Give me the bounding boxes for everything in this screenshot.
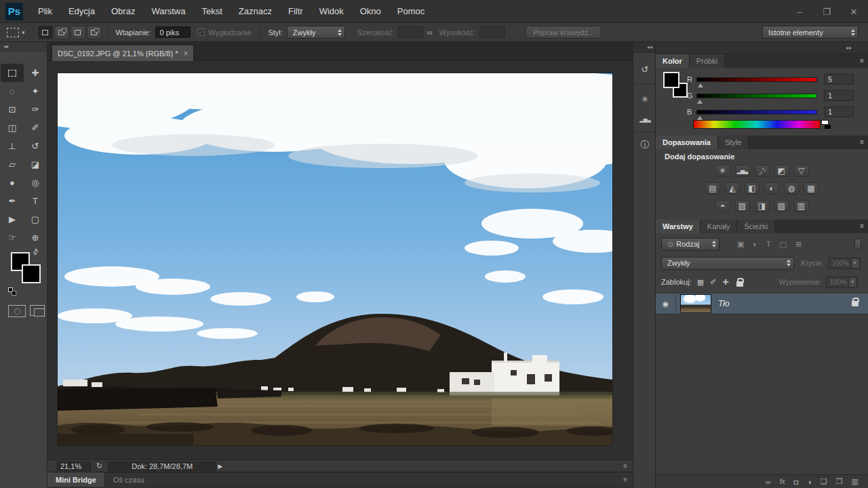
new-adjustment-layer-icon[interactable]: ◑ bbox=[807, 478, 812, 486]
channel-mixer-icon[interactable]: ◍ bbox=[784, 182, 799, 195]
green-slider-thumb[interactable] bbox=[697, 100, 703, 104]
exposure-icon[interactable]: ◩ bbox=[774, 165, 789, 177]
filter-adjustment-layers-icon[interactable]: ◐ bbox=[753, 240, 757, 248]
filter-shape-layers-icon[interactable]: ▢ bbox=[780, 240, 787, 249]
color-balance-icon[interactable]: ◭ bbox=[725, 182, 740, 195]
swap-colors-icon[interactable]: ⇄ bbox=[31, 247, 41, 258]
gradient-tool[interactable]: ◪ bbox=[24, 155, 47, 174]
new-layer-icon[interactable]: ❐ bbox=[836, 477, 843, 486]
status-options-arrow-icon[interactable]: ▶ bbox=[218, 463, 222, 470]
quick-mask-button[interactable] bbox=[8, 305, 26, 317]
eraser-tool[interactable]: ▱ bbox=[1, 155, 24, 174]
tab-style[interactable]: Style bbox=[718, 136, 749, 149]
tab-mini-bridge[interactable]: Mini Bridge bbox=[47, 472, 105, 487]
shape-tool[interactable]: ▢ bbox=[24, 210, 47, 228]
gradient-map-icon[interactable]: ▧ bbox=[774, 200, 789, 212]
default-colors-icon[interactable] bbox=[8, 287, 16, 296]
blue-slider[interactable] bbox=[696, 110, 817, 115]
tool-preset-icon[interactable] bbox=[7, 28, 19, 37]
pen-tool[interactable]: ✒ bbox=[1, 192, 24, 210]
workspace-dropdown[interactable]: Istotne elementy bbox=[762, 26, 859, 39]
healing-brush-tool[interactable]: ◫ bbox=[1, 119, 24, 137]
photo-filter-icon[interactable]: ◐ bbox=[764, 182, 779, 195]
maximize-button[interactable]: ❐ bbox=[819, 7, 834, 17]
filter-smart-objects-icon[interactable]: ⊞ bbox=[795, 240, 802, 249]
brightness-contrast-icon[interactable]: ☀ bbox=[715, 165, 730, 177]
move-tool[interactable]: ✚ bbox=[24, 64, 47, 82]
close-document-icon[interactable]: × bbox=[183, 49, 188, 58]
hand-tool[interactable]: ☞ bbox=[1, 228, 24, 247]
color-spectrum-ramp[interactable] bbox=[693, 120, 821, 129]
layer-style-icon[interactable]: fx bbox=[780, 478, 785, 485]
style-dropdown[interactable]: Zwykły bbox=[287, 26, 345, 39]
menu-warstwa[interactable]: Warstwa bbox=[143, 0, 193, 23]
opacity-dropdown[interactable]: 100% ▾ bbox=[828, 258, 861, 269]
close-button[interactable]: ✕ bbox=[846, 7, 861, 17]
green-value-field[interactable]: 1 bbox=[824, 90, 854, 101]
color-lookup-icon[interactable]: ▦ bbox=[804, 182, 818, 195]
red-slider-thumb[interactable] bbox=[698, 83, 703, 87]
red-slider[interactable] bbox=[696, 77, 817, 82]
eyedropper-tool[interactable]: ✑ bbox=[24, 100, 47, 119]
lock-all-icon[interactable] bbox=[736, 281, 743, 287]
new-group-icon[interactable]: ❏ bbox=[821, 477, 827, 486]
history-panel-icon[interactable]: ↺ bbox=[636, 61, 654, 77]
delete-layer-icon[interactable]: ▥ bbox=[852, 477, 859, 486]
subtract-from-selection-button[interactable] bbox=[71, 26, 85, 39]
vibrance-icon[interactable]: ▽ bbox=[794, 165, 809, 177]
blue-value-field[interactable]: 1 bbox=[824, 106, 854, 117]
blend-mode-dropdown[interactable]: Zwykły bbox=[661, 257, 794, 270]
menu-obraz[interactable]: Obraz bbox=[103, 0, 143, 23]
new-selection-button[interactable] bbox=[38, 26, 53, 39]
panel-color-swatches[interactable] bbox=[663, 72, 690, 99]
lock-position-icon[interactable]: ✚ bbox=[722, 278, 728, 287]
layer-filter-toggle[interactable] bbox=[854, 239, 861, 249]
green-slider[interactable] bbox=[696, 94, 817, 98]
bottom-panel-menu-icon[interactable]: ≡ bbox=[623, 476, 627, 483]
layer-row-background[interactable]: ◉ Tło bbox=[656, 293, 868, 314]
panels-collapse-button[interactable]: ▸▸ bbox=[656, 42, 868, 54]
path-selection-tool[interactable]: ▶ bbox=[1, 210, 24, 228]
document-tab[interactable]: DSC_0192.JPG @ 21,1% (RGB/8) * × bbox=[52, 45, 194, 61]
type-tool[interactable]: T bbox=[24, 192, 47, 210]
tab-sciezki[interactable]: Ścieżki bbox=[737, 220, 775, 233]
refine-edge-button[interactable]: Popraw krawędź... bbox=[526, 26, 601, 39]
hue-saturation-icon[interactable]: ▤ bbox=[705, 182, 720, 195]
mini-bridge-status-icon[interactable]: ↻ bbox=[96, 462, 102, 470]
layer-filter-type-dropdown[interactable]: ⊙ Rodzaj bbox=[661, 238, 719, 251]
layers-list-empty-area[interactable] bbox=[656, 315, 868, 474]
zoom-tool[interactable]: ⊕ bbox=[24, 228, 47, 247]
background-color-swatch[interactable] bbox=[22, 264, 41, 283]
intersect-selection-button[interactable] bbox=[87, 26, 102, 39]
invert-icon[interactable]: ◓ bbox=[715, 200, 730, 212]
filter-type-layers-icon[interactable]: T bbox=[766, 240, 771, 248]
lock-transparency-icon[interactable]: ▦ bbox=[697, 278, 704, 287]
info-panel-icon[interactable]: ⓘ bbox=[636, 137, 654, 153]
menu-edycja[interactable]: Edycja bbox=[60, 0, 103, 23]
threshold-icon[interactable]: ◨ bbox=[755, 200, 770, 212]
screen-mode-button[interactable] bbox=[30, 305, 45, 316]
history-brush-tool[interactable]: ↺ bbox=[24, 137, 47, 155]
crop-tool[interactable]: ⊡ bbox=[1, 100, 24, 119]
lock-pixels-icon[interactable]: ✐ bbox=[710, 278, 716, 287]
menu-filtr[interactable]: Filtr bbox=[280, 0, 311, 23]
adjustments-panel-menu-icon[interactable]: ≡ bbox=[860, 138, 864, 146]
tab-timeline[interactable]: Oś czasu bbox=[105, 472, 153, 487]
blue-slider-thumb[interactable] bbox=[697, 116, 703, 120]
blur-tool[interactable]: ● bbox=[1, 174, 24, 192]
add-to-selection-button[interactable] bbox=[54, 26, 69, 39]
red-value-field[interactable]: 5 bbox=[824, 74, 854, 85]
lasso-tool[interactable]: ◌ bbox=[1, 82, 24, 100]
brush-tool[interactable]: ✐ bbox=[24, 119, 47, 137]
black-white-icon[interactable]: ◧ bbox=[745, 182, 760, 195]
menu-pomoc[interactable]: Pomoc bbox=[389, 0, 433, 23]
document-size-field[interactable]: Dok: 28,7M/28,7M bbox=[108, 462, 216, 471]
dodge-tool[interactable]: ◎ bbox=[24, 174, 47, 192]
color-panel-menu-icon[interactable]: ≡ bbox=[860, 57, 864, 64]
curves-icon[interactable]: ◞◝ bbox=[755, 165, 770, 177]
rectangular-marquee-tool[interactable] bbox=[1, 64, 24, 82]
link-layers-icon[interactable]: ∞ bbox=[766, 478, 771, 486]
tab-warstwy[interactable]: Warstwy bbox=[656, 220, 701, 233]
fill-dropdown[interactable]: 100% ▾ bbox=[825, 277, 858, 288]
menu-tekst[interactable]: Tekst bbox=[193, 0, 230, 23]
